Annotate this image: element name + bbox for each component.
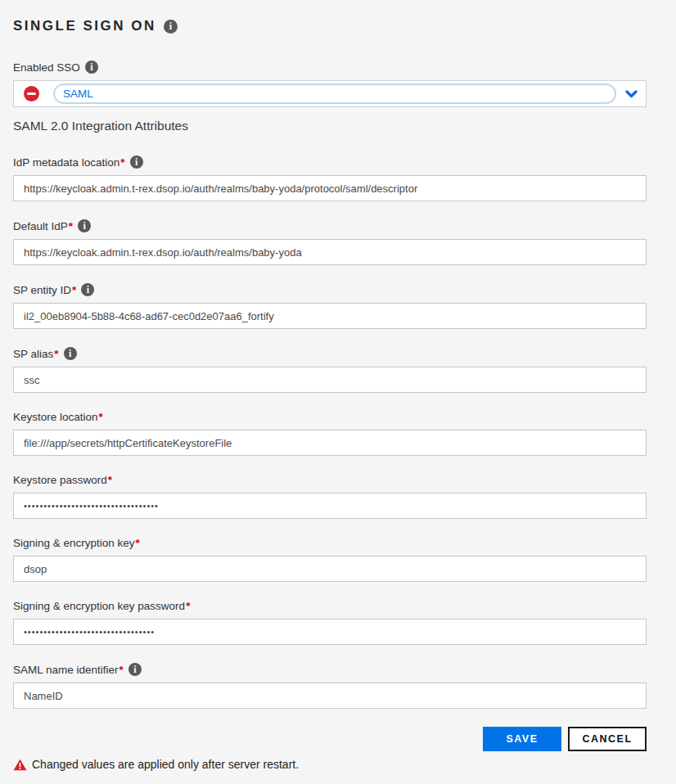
section-header: SAML 2.0 Integration Attributes xyxy=(13,119,647,133)
keystore-location-label-row: Keystore location* xyxy=(13,411,647,423)
cancel-button[interactable]: CANCEL xyxy=(568,727,647,751)
sp-entity-id-input[interactable] xyxy=(13,303,647,329)
saml-name-identifier-label: SAML name identifier* xyxy=(13,664,124,676)
chevron-down-icon[interactable] xyxy=(625,90,638,98)
save-button[interactable]: SAVE xyxy=(483,727,561,751)
signing-encryption-key-label-row: Signing & encryption key* xyxy=(13,537,647,549)
info-icon[interactable]: i xyxy=(64,347,77,360)
required-marker: * xyxy=(186,600,190,612)
field-idp-metadata-location: IdP metadata location*i xyxy=(13,155,647,201)
signing-encryption-key-input[interactable] xyxy=(13,556,647,582)
info-icon[interactable]: i xyxy=(130,155,143,169)
field-saml-name-identifier: SAML name identifier*i xyxy=(13,663,647,709)
default-idp-input[interactable] xyxy=(13,239,647,265)
info-icon[interactable]: i xyxy=(164,20,178,34)
page-title: SINGLE SIGN ON xyxy=(13,18,156,34)
info-icon[interactable]: i xyxy=(81,283,94,296)
sso-settings-page: SINGLE SIGN ON i Enabled SSO i SAML SAML… xyxy=(13,18,647,771)
signing-encryption-key-password-input[interactable] xyxy=(13,619,647,645)
sp-entity-id-label: SP entity ID* xyxy=(13,284,76,296)
info-icon[interactable]: i xyxy=(85,61,98,74)
keystore-location-label: Keystore location* xyxy=(13,411,103,423)
required-marker: * xyxy=(120,156,124,169)
required-marker: * xyxy=(99,411,103,423)
info-icon[interactable]: i xyxy=(78,219,91,232)
block-icon xyxy=(24,86,39,101)
field-keystore-password: Keystore password* xyxy=(13,474,647,519)
required-marker: * xyxy=(108,474,112,486)
sp-alias-input[interactable] xyxy=(13,367,647,393)
saml-name-identifier-input[interactable] xyxy=(13,683,647,709)
form-actions: SAVE CANCEL xyxy=(13,727,647,751)
required-marker: * xyxy=(119,664,124,676)
enabled-sso-label: Enabled SSO xyxy=(13,61,80,74)
field-signing-encryption-key: Signing & encryption key* xyxy=(13,537,647,582)
sp-alias-label-row: SP alias*i xyxy=(13,347,647,360)
keystore-location-input[interactable] xyxy=(13,430,647,456)
keystore-password-input[interactable] xyxy=(13,493,647,519)
keystore-password-label-row: Keystore password* xyxy=(13,474,647,486)
warning-text: Changed values are applied only after se… xyxy=(32,758,299,771)
sp-entity-id-label-row: SP entity ID*i xyxy=(13,283,647,296)
saml-name-identifier-label-row: SAML name identifier*i xyxy=(13,663,647,676)
info-icon[interactable]: i xyxy=(128,663,142,676)
page-header: SINGLE SIGN ON i xyxy=(13,18,647,34)
required-marker: * xyxy=(72,284,76,296)
signing-encryption-key-label: Signing & encryption key* xyxy=(13,537,140,549)
form-fields: IdP metadata location*iDefault IdP*iSP e… xyxy=(13,155,647,709)
field-default-idp: Default IdP*i xyxy=(13,219,647,265)
field-keystore-location: Keystore location* xyxy=(13,411,647,456)
field-signing-encryption-key-password: Signing & encryption key password* xyxy=(13,600,647,645)
enabled-sso-label-row: Enabled SSO i xyxy=(13,61,647,74)
required-marker: * xyxy=(136,537,140,549)
required-marker: * xyxy=(54,348,58,360)
restart-warning: Changed values are applied only after se… xyxy=(13,758,647,771)
signing-encryption-key-password-label: Signing & encryption key password* xyxy=(13,600,190,612)
required-marker: * xyxy=(69,220,73,232)
idp-metadata-location-label-row: IdP metadata location*i xyxy=(13,155,647,169)
signing-encryption-key-password-label-row: Signing & encryption key password* xyxy=(13,600,647,612)
idp-metadata-location-input[interactable] xyxy=(13,175,647,201)
default-idp-label-row: Default IdP*i xyxy=(13,219,647,232)
field-sp-alias: SP alias*i xyxy=(13,347,647,393)
sso-selected-value: SAML xyxy=(63,88,93,100)
field-sp-entity-id: SP entity ID*i xyxy=(13,283,647,329)
idp-metadata-location-label: IdP metadata location* xyxy=(13,156,125,169)
warning-icon xyxy=(13,759,27,771)
default-idp-label: Default IdP* xyxy=(13,220,73,232)
sso-selected-option[interactable]: SAML xyxy=(53,83,616,104)
keystore-password-label: Keystore password* xyxy=(13,474,112,486)
enabled-sso-dropdown[interactable]: SAML xyxy=(13,80,647,107)
sp-alias-label: SP alias* xyxy=(13,348,59,360)
